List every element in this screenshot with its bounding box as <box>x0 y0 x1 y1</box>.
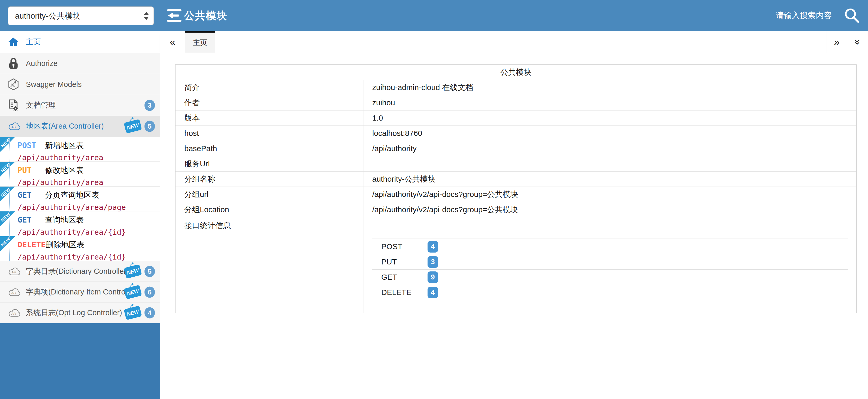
controller-label: 字典项(Dictionary Item Controller) <box>26 287 138 297</box>
sidebar-item-label: Swagger Models <box>26 80 82 89</box>
api-name: 分页查询地区表 <box>45 190 99 201</box>
search-icon[interactable] <box>843 7 861 24</box>
table-row: 作者 zuihou <box>176 95 856 110</box>
sidebar-controller-area[interactable]: API 地区表(Area Controller) NEW 5 <box>0 116 160 137</box>
api-item[interactable]: NEW GET 查询地区表 /api/authority/area/{id} <box>0 211 160 236</box>
new-ribbon-icon: NEW <box>0 211 15 226</box>
table-row: host localhost:8760 <box>176 125 856 141</box>
api-path: /api/authority/area/page <box>18 203 160 212</box>
row-value: zuihou-admin-cloud 在线文档 <box>364 80 856 95</box>
sidebar-item-label: 主页 <box>26 37 41 47</box>
tabs-menu-button[interactable]: » <box>847 31 868 53</box>
cloud-api-icon: API <box>8 121 22 131</box>
sidebar-item-authorize[interactable]: Authorize <box>0 53 160 74</box>
row-value: authority-公共模块 <box>364 172 856 187</box>
row-label: 分组Location <box>176 202 364 217</box>
table-row: 简介 zuihou-admin-cloud 在线文档 <box>176 80 856 95</box>
sidebar-controller[interactable]: API 系统日志(Opt Log Controller) NEW 4 <box>0 303 160 323</box>
row-value: 1.0 <box>364 111 856 125</box>
table-title: 公共模块 <box>176 65 856 80</box>
api-count-badge: 6 <box>145 286 155 297</box>
api-method: POST <box>18 141 45 150</box>
tree-dotted-line <box>9 236 10 261</box>
sidebar-item-swagger-models[interactable]: Swagger Models <box>0 74 160 95</box>
new-ribbon-icon: NEW <box>0 187 15 202</box>
sidebar-item-label: 文档管理 <box>26 100 56 111</box>
stats-table-row: DELETE 4 <box>372 285 848 300</box>
api-item[interactable]: NEW DELETE 删除地区表 /api/authority/area/{id… <box>0 236 160 261</box>
table-row: 分组Location /api/authority/v2/api-docs?gr… <box>176 202 856 217</box>
new-ribbon-icon: NEW <box>0 236 15 251</box>
row-label: 接口统计信息 <box>176 217 364 313</box>
row-label: host <box>176 126 364 141</box>
api-count-badge: 3 <box>145 100 155 111</box>
api-method: PUT <box>18 166 45 175</box>
sidebar-item-home[interactable]: 主页 <box>0 31 160 53</box>
new-ribbon-icon: NEW <box>0 162 15 177</box>
tree-dotted-line <box>9 162 10 186</box>
new-tag: NEW <box>124 119 142 134</box>
row-value: /api/authority/v2/api-docs?group=公共模块 <box>364 202 856 217</box>
tabs-scroll-right-button[interactable]: » <box>826 31 847 53</box>
search-input[interactable]: 请输入搜索内容 <box>776 10 832 21</box>
api-name: 修改地区表 <box>45 165 84 176</box>
home-icon <box>8 37 22 47</box>
app-header: authority-公共模块 公共模块 请输入搜索内容 <box>0 0 868 31</box>
tabs-scroll-left-button[interactable]: « <box>160 31 185 53</box>
swagger-icon <box>8 78 22 91</box>
stats-count-badge: 9 <box>428 272 438 283</box>
new-ribbon-icon: NEW <box>0 137 15 152</box>
stats-row: 接口统计信息 POST 4 <box>176 217 856 313</box>
row-label: 服务Url <box>176 156 364 171</box>
row-label: 作者 <box>176 95 364 110</box>
app-logo-icon <box>166 9 184 23</box>
api-name: 新增地区表 <box>45 140 84 151</box>
search-area: 请输入搜索内容 <box>776 0 861 31</box>
lock-icon <box>8 57 22 69</box>
row-value: zuihou <box>364 95 856 110</box>
tab-bar: « 主页 » » <box>160 31 868 53</box>
tab-home[interactable]: 主页 <box>185 31 215 53</box>
api-item[interactable]: NEW POST 新增地区表 /api/authority/area <box>0 137 160 162</box>
table-row: basePath /api/authority <box>176 141 856 156</box>
api-path: /api/authority/area/{id} <box>18 253 160 261</box>
controller-label: 字典目录(Dictionary Controller) <box>26 266 129 277</box>
api-item[interactable]: NEW PUT 修改地区表 /api/authority/area <box>0 162 160 187</box>
stats-method: GET <box>372 269 420 285</box>
api-name: 查询地区表 <box>45 215 84 225</box>
page-title: 公共模块 <box>184 0 227 31</box>
sidebar-controller[interactable]: API 字典目录(Dictionary Controller) NEW 5 <box>0 261 160 282</box>
row-value: /api/authority/v2/api-docs?group=公共模块 <box>364 187 856 202</box>
new-tag: NEW <box>124 306 142 320</box>
row-value: /api/authority <box>364 141 856 156</box>
table-row: 分组url /api/authority/v2/api-docs?group=公… <box>176 187 856 202</box>
api-item[interactable]: NEW GET 分页查询地区表 /api/authority/area/page <box>0 187 160 211</box>
stats-method: PUT <box>372 254 420 269</box>
sidebar-controller[interactable]: API 字典项(Dictionary Item Controller) NEW … <box>0 282 160 303</box>
controller-label: 地区表(Area Controller) <box>26 121 104 132</box>
api-path: /api/authority/area/{id} <box>18 228 160 236</box>
group-select-value: authority-公共模块 <box>15 10 81 22</box>
cloud-api-icon: API <box>8 266 22 276</box>
stats-method: POST <box>372 239 420 254</box>
row-label: 分组名称 <box>176 172 364 187</box>
stats-table-row: PUT 3 <box>372 254 848 269</box>
api-method: GET <box>18 191 45 200</box>
controller-list: API 字典目录(Dictionary Controller) NEW 5 AP… <box>0 261 160 323</box>
table-row: 版本 1.0 <box>176 110 856 125</box>
stats-count-badge: 3 <box>428 256 438 268</box>
sidebar-item-doc-manage[interactable]: 文档管理 3 <box>0 95 160 116</box>
row-label: 简介 <box>176 80 364 95</box>
svg-text:API: API <box>11 291 16 294</box>
table-row: 服务Url <box>176 156 856 171</box>
group-select[interactable]: authority-公共模块 <box>8 6 154 25</box>
cloud-api-icon: API <box>8 308 22 318</box>
svg-text:API: API <box>11 270 16 274</box>
table-row: 分组名称 authority-公共模块 <box>176 171 856 187</box>
svg-text:API: API <box>11 312 16 315</box>
tree-dotted-line <box>9 187 10 211</box>
tree-dotted-line <box>9 137 10 162</box>
cloud-api-icon: API <box>8 287 22 297</box>
row-value <box>364 156 856 171</box>
stats-count-badge: 4 <box>428 241 438 253</box>
